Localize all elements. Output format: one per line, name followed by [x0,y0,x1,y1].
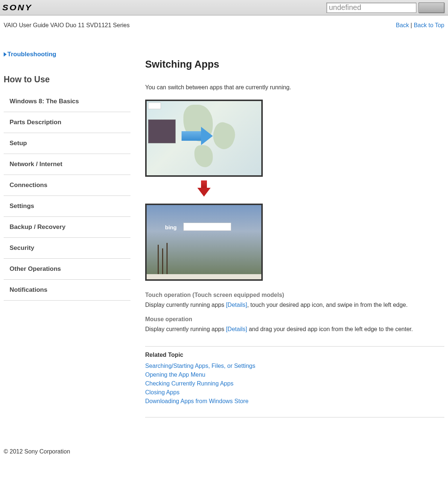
divider [145,346,444,347]
nav-item-windows8[interactable]: Windows 8: The Basics [4,91,130,112]
main-content: Switching Apps You can switch between ap… [145,51,444,423]
bing-background: bing [147,205,261,279]
swipe-arrow-icon [182,127,215,145]
search-input[interactable] [326,3,416,13]
related-links: Searching/Starting Apps, Files, or Setti… [145,363,444,405]
footer: © 2012 Sony Corporation [0,423,448,462]
nav-item-settings[interactable]: Settings [4,196,130,217]
related-link-download[interactable]: Downloading Apps from Windows Store [145,398,248,404]
bing-taskbar [147,274,261,279]
nav-item-setup[interactable]: Setup [4,133,130,154]
breadcrumb: VAIO User Guide VAIO Duo 11 SVD1121 Seri… [4,22,130,29]
bing-logo: bing [165,224,177,230]
mouse-text-after: and drag your desired app icon from the … [247,326,413,332]
nav-list: Windows 8: The Basics Parts Description … [4,91,130,301]
down-arrow-icon [197,180,211,197]
nav-item-other[interactable]: Other Operations [4,259,130,280]
search-area [326,3,444,13]
troubleshooting-link[interactable]: Troubleshooting [4,51,130,58]
back-to-top-link[interactable]: Back to Top [414,22,444,28]
transition-arrow-container [145,180,263,198]
content-wrapper: Troubleshooting How to Use Windows 8: Th… [0,29,448,423]
related-link-appmenu[interactable]: Opening the App Menu [145,372,205,378]
app-thumbnail [148,119,176,143]
copyright: © 2012 Sony Corporation [4,448,70,455]
related-link-closing[interactable]: Closing Apps [145,389,179,395]
bing-search-box [183,223,231,231]
nav-item-connections[interactable]: Connections [4,175,130,196]
nav-item-network[interactable]: Network / Internet [4,154,130,175]
related-link-running[interactable]: Checking Currently Running Apps [145,380,233,387]
back-link[interactable]: Back [396,22,409,28]
touch-text-before: Display currently running apps [145,302,226,308]
mouse-details-link[interactable]: [Details] [226,326,247,332]
related-link-search[interactable]: Searching/Starting Apps, Files, or Setti… [145,363,255,369]
brand-logo: SONY [2,3,32,12]
touch-details-link[interactable]: [Details] [226,302,247,308]
intro-text: You can switch between apps that are cur… [145,84,444,91]
chevron-right-icon [4,52,7,57]
mouse-heading: Mouse operation [145,316,444,323]
related-heading: Related Topic [145,352,444,358]
search-button[interactable] [419,3,444,13]
page-title: Switching Apps [145,59,444,70]
app-window-bing: bing [145,204,263,281]
separator: | [409,22,414,28]
touch-heading: Touch operation (Touch screen equipped m… [145,292,444,298]
troubleshooting-label: Troubleshooting [7,51,56,58]
sub-header: VAIO User Guide VAIO Duo 11 SVD1121 Seri… [0,15,448,29]
nav-item-notifications[interactable]: Notifications [4,280,130,301]
how-to-use-heading: How to Use [4,75,130,87]
touch-text: Display currently running apps [Details]… [145,301,444,309]
header-links: Back | Back to Top [396,22,444,29]
app-window-map [145,100,263,177]
mouse-text: Display currently running apps [Details]… [145,325,444,334]
sidebar: Troubleshooting How to Use Windows 8: Th… [4,51,130,423]
touch-text-after: , touch your desired app icon, and swipe… [247,302,408,308]
nav-item-parts[interactable]: Parts Description [4,112,130,133]
illustration: bing [145,100,444,281]
divider-bottom [145,417,444,417]
map-control [148,103,161,109]
nav-item-backup[interactable]: Backup / Recovery [4,217,130,238]
mouse-text-before: Display currently running apps [145,326,226,332]
top-header: SONY [0,0,448,15]
nav-item-security[interactable]: Security [4,238,130,259]
